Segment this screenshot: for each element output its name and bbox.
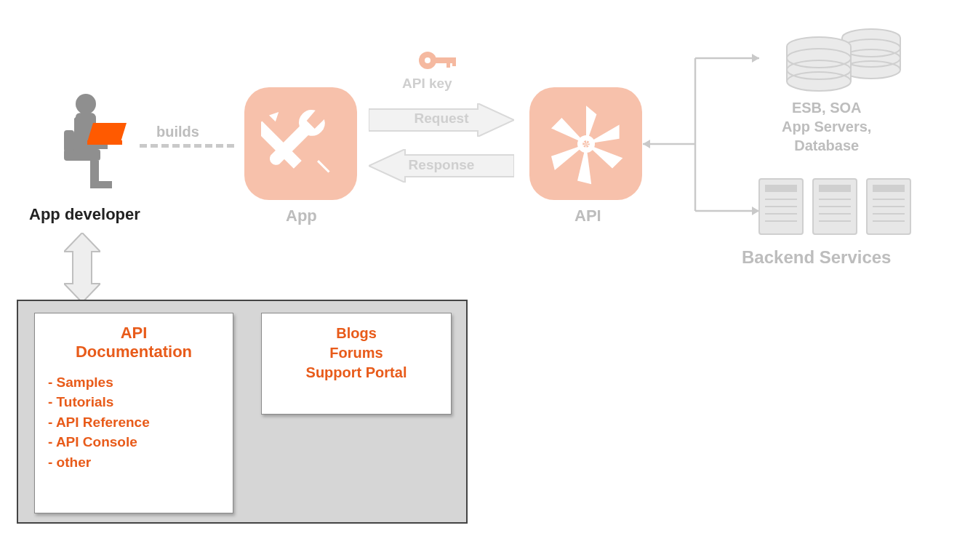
svg-rect-4: [90, 181, 112, 188]
svg-rect-36: [765, 185, 797, 192]
response-label: Response: [369, 157, 514, 173]
api-documentation-card: API Documentation - Samples - Tutorials …: [34, 313, 233, 513]
builds-label: builds: [156, 124, 199, 140]
database-icon: [778, 22, 909, 97]
api-docs-title: API Documentation: [48, 324, 220, 362]
developer-label: App developer: [29, 205, 140, 224]
svg-rect-5: [87, 140, 122, 145]
api-node: [529, 87, 642, 200]
svg-rect-11: [435, 57, 454, 63]
servers-icon: [756, 175, 916, 243]
svg-marker-18: [643, 140, 650, 148]
api-label: API: [574, 207, 601, 225]
developer-icon: [51, 91, 131, 193]
backend-label: Backend Services: [742, 247, 891, 268]
cog-icon: [542, 100, 630, 188]
svg-marker-19: [752, 54, 759, 63]
community-line: Forums: [275, 343, 438, 363]
tools-icon: [261, 104, 341, 184]
api-docs-title-line2: Documentation: [76, 343, 192, 361]
svg-rect-12: [447, 57, 450, 68]
svg-marker-7: [317, 160, 330, 173]
svg-rect-13: [452, 57, 456, 66]
community-line: Blogs: [275, 324, 438, 343]
api-docs-list: - Samples - Tutorials - API Reference - …: [48, 372, 220, 473]
request-label: Request: [369, 111, 514, 127]
svg-marker-8: [269, 112, 279, 121]
svg-rect-42: [819, 185, 851, 192]
svg-point-0: [76, 94, 96, 114]
api-docs-item: - API Reference: [48, 412, 220, 433]
api-key-label: API key: [402, 76, 452, 92]
svg-point-30: [787, 72, 851, 91]
developer-portal-panel: API Documentation - Samples - Tutorials …: [17, 300, 468, 524]
community-card: Blogs Forums Support Portal: [261, 313, 452, 415]
api-docs-item: - API Console: [48, 432, 220, 452]
app-node: [244, 87, 357, 200]
developer-portal-arrow: [64, 233, 100, 305]
app-label: App: [286, 207, 317, 225]
backend-desc-line1: ESB, SOA: [792, 100, 862, 116]
svg-rect-2: [64, 130, 74, 152]
api-docs-item: - Tutorials: [48, 392, 220, 412]
backend-desc-line3: Database: [794, 137, 859, 153]
api-docs-item: - other: [48, 452, 220, 473]
builds-connector: [140, 144, 234, 148]
backend-desc-line2: App Servers,: [782, 119, 871, 135]
svg-marker-53: [64, 233, 100, 303]
api-docs-title-line1: API: [121, 324, 148, 342]
svg-point-10: [425, 57, 431, 63]
svg-rect-48: [873, 185, 905, 192]
community-line: Support Portal: [275, 363, 438, 383]
backend-description: ESB, SOA App Servers, Database: [782, 98, 871, 155]
key-icon: [417, 48, 458, 76]
api-docs-item: - Samples: [48, 372, 220, 393]
